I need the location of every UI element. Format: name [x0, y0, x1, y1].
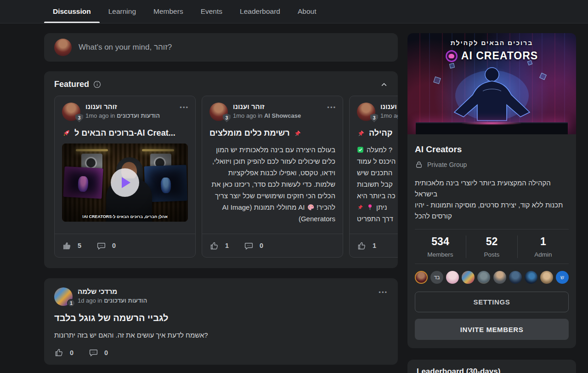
video-thumbnail[interactable]: אהלן חברים, ברוכים הבאים ל-AI CREATORS! [62, 143, 188, 222]
member-avatar[interactable] [509, 271, 522, 284]
pushpin-emoji-icon [357, 204, 364, 211]
tab-about[interactable]: About [289, 0, 325, 23]
round-pin-emoji-icon [367, 204, 373, 211]
post-meta: 1mo ago in AI Showcase [233, 112, 322, 119]
group-name: AI Creators [415, 144, 569, 155]
featured-card-tools[interactable]: 3 זוהר וענונו 1mo ago in AI Showcase •••… [202, 96, 343, 258]
member-avatar[interactable] [525, 271, 537, 284]
member-avatar[interactable] [462, 271, 475, 284]
member-avatar[interactable]: בד [430, 271, 443, 284]
group-description: הקהילה המקצועית ביותר ליוצרי בינה מלאכות… [415, 178, 569, 222]
post-menu-icon[interactable]: ••• [327, 103, 336, 121]
comment-icon[interactable] [96, 241, 106, 251]
community-page: Discussion Learning Members Events Leade… [0, 0, 588, 373]
member-avatar[interactable] [446, 271, 459, 284]
space-link[interactable]: AI Showcase [264, 112, 301, 119]
feed-post[interactable]: 1 מרדכי שלמה 1d ago in הודעות ועדכונים •… [44, 278, 398, 365]
post-meta: 1d ago in הודעות ועדכונים [78, 297, 373, 304]
rocket-emoji-icon [62, 129, 71, 138]
stat-members[interactable]: 534 Members [415, 235, 466, 258]
collapse-chevron-up-icon[interactable] [380, 81, 388, 88]
check-emoji-icon [357, 146, 364, 153]
comment-icon[interactable] [89, 348, 98, 357]
privacy-label: Private Group [427, 161, 467, 168]
author-name[interactable]: זוהר וענונו [85, 103, 175, 110]
author-name[interactable]: מרדכי שלמה [78, 287, 373, 295]
featured-heading: Featured [54, 80, 89, 89]
like-control[interactable]: 1 [357, 241, 376, 251]
member-avatar[interactable]: ש [556, 271, 569, 284]
group-stats: 534 Members 52 Posts 1 Admin [415, 230, 569, 264]
member-avatar-row: בד ש [415, 271, 569, 284]
comment-count: 0 [112, 242, 116, 249]
comment-count: 0 [104, 349, 108, 356]
main-column: What's on your mind, זוהר? Featured [44, 33, 398, 365]
member-avatar[interactable] [415, 271, 428, 284]
member-avatar[interactable] [477, 271, 490, 284]
like-count: 1 [373, 242, 376, 249]
tab-leaderboard[interactable]: Leaderboard [231, 0, 289, 23]
like-count: 5 [78, 242, 81, 249]
stat-admin[interactable]: 1 Admin [517, 235, 569, 258]
author-name[interactable]: זוהר וענונו [233, 103, 322, 110]
divider [415, 264, 569, 264]
group-cover-image[interactable]: ברוכים הבאים לקהילת AI CREATORS [407, 33, 576, 134]
space-link[interactable]: הודעות ועדכונים [117, 112, 160, 119]
post-title[interactable]: קהילה [369, 128, 392, 138]
group-sidebar: ברוכים הבאים לקהילת AI CREATORS AI Creat… [407, 33, 576, 373]
space-link[interactable]: הודעות ועדכונים [104, 297, 147, 304]
post-menu-icon[interactable]: ••• [180, 103, 189, 121]
like-count: 0 [70, 349, 74, 356]
lock-icon [415, 161, 423, 169]
comment-control[interactable]: 0 [96, 241, 116, 251]
palette-emoji-icon [307, 203, 315, 211]
comment-icon[interactable] [244, 241, 254, 251]
current-user-avatar [54, 39, 72, 56]
post-body: למעלה ? היכנס ל עמוד התכנים שיש קבל תשוב… [350, 138, 398, 224]
info-icon[interactable] [93, 80, 101, 88]
banner-brand-text: AI CREATORS [461, 50, 538, 62]
featured-cards-row[interactable]: 3 זוהר וענונו 1mo ago in הודעות ועדכונים… [44, 96, 398, 258]
like-control[interactable]: 1 [209, 241, 229, 251]
comment-control[interactable]: 0 [89, 348, 108, 357]
thumbs-up-icon[interactable] [357, 241, 367, 251]
invite-members-button[interactable]: INVITE MEMBERS [415, 319, 569, 340]
comment-count: 0 [260, 242, 263, 249]
author-name[interactable]: זוהר וענונו [380, 103, 398, 110]
settings-button[interactable]: SETTINGS [415, 292, 569, 312]
post-title[interactable]: רשימת כלים מומלצים [209, 128, 290, 138]
member-avatar[interactable] [493, 271, 506, 284]
featured-card-community[interactable]: 3 זוהר וענונו 1mo ago in קהילה [349, 96, 398, 258]
leaderboard-heading: Leaderboard (30-days) [417, 367, 567, 373]
pushpin-emoji-icon [294, 129, 302, 138]
post-title[interactable]: לגביי הרשמה של גוגל בלבד [54, 313, 388, 323]
thumbs-up-icon[interactable] [54, 348, 64, 357]
pushpin-emoji-icon [357, 129, 365, 138]
post-menu-icon[interactable]: ••• [379, 287, 388, 306]
banner-welcome-text: ברוכים הבאים לקהילת [407, 39, 576, 46]
composer-prompt[interactable]: What's on your mind, זוהר? [79, 43, 172, 52]
comment-control[interactable]: 0 [244, 241, 263, 251]
tab-discussion[interactable]: Discussion [44, 0, 100, 23]
post-title[interactable]: ברוכים הבאים ל-AI Creat... [74, 128, 175, 138]
brain-logo-icon [446, 50, 458, 62]
tab-members[interactable]: Members [145, 0, 192, 23]
featured-card-welcome[interactable]: 3 זוהר וענונו 1mo ago in הודעות ועדכונים… [54, 96, 196, 258]
video-caption: אהלן חברים, ברוכים הבאים ל-AI CREATORS! [62, 214, 188, 219]
thumbs-up-icon[interactable] [209, 241, 219, 251]
member-avatar[interactable] [540, 271, 553, 284]
like-count: 1 [225, 242, 229, 249]
post-body: בעולם היצירה עם בינה מלאכותית יש המון כל… [202, 138, 343, 224]
tab-learning[interactable]: Learning [100, 0, 145, 23]
like-control[interactable]: 0 [54, 348, 74, 357]
post-meta: 1mo ago in הודעות ועדכונים [85, 112, 175, 119]
like-control[interactable]: 5 [62, 241, 81, 251]
featured-section: Featured 3 [44, 71, 398, 268]
group-info-card: ברוכים הבאים לקהילת AI CREATORS AI Creat… [407, 33, 576, 348]
thumbs-up-icon[interactable] [62, 241, 72, 251]
post-composer[interactable]: What's on your mind, זוהר? [44, 33, 398, 62]
group-tabs: Discussion Learning Members Events Leade… [44, 0, 325, 23]
tab-events[interactable]: Events [192, 0, 231, 23]
play-button[interactable] [111, 168, 139, 197]
stat-posts[interactable]: 52 Posts [466, 235, 517, 258]
